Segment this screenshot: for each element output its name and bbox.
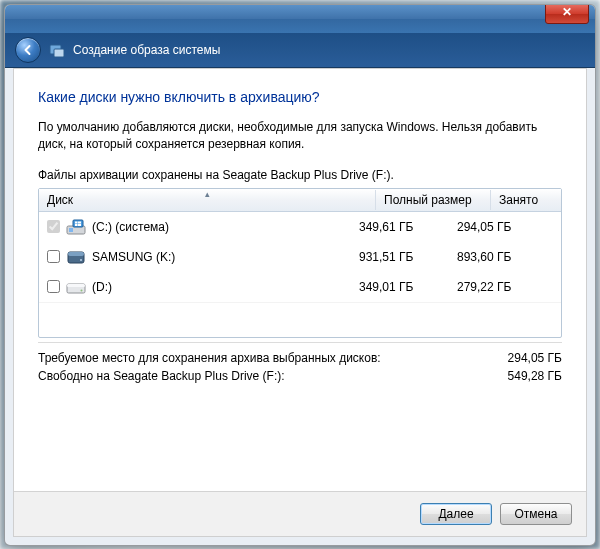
summary-free-label: Свободно на Seagate Backup Plus Drive (F… bbox=[38, 369, 285, 383]
next-button[interactable]: Далее bbox=[420, 503, 492, 525]
drive-icon bbox=[66, 278, 86, 296]
drive-label: (C:) (система) bbox=[92, 220, 169, 234]
summary-required: Требуемое место для сохранения архива вы… bbox=[38, 351, 562, 365]
drive-icon bbox=[66, 248, 86, 266]
client-area: Какие диски нужно включить в архивацию? … bbox=[13, 68, 587, 537]
titlebar: ✕ bbox=[5, 5, 595, 33]
column-header-size[interactable]: Полный размер bbox=[376, 190, 491, 210]
header-bar: Создание образа системы bbox=[5, 33, 595, 68]
page-heading: Какие диски нужно включить в архивацию? bbox=[38, 89, 562, 105]
summary-free-value: 549,28 ГБ bbox=[508, 369, 562, 383]
drive-total-size: 931,51 ГБ bbox=[359, 250, 457, 264]
drive-checkbox[interactable] bbox=[47, 250, 60, 263]
table-empty-area bbox=[39, 302, 561, 337]
back-arrow-icon bbox=[22, 44, 34, 56]
drive-total-size: 349,01 ГБ bbox=[359, 280, 457, 294]
column-header-used[interactable]: Занято bbox=[491, 190, 561, 210]
drive-label: SAMSUNG (K:) bbox=[92, 250, 175, 264]
storage-location-line: Файлы архивации сохранены на Seagate Bac… bbox=[38, 168, 562, 182]
window-title: Создание образа системы bbox=[73, 43, 220, 57]
svg-rect-1 bbox=[54, 49, 64, 57]
drive-total-size: 349,61 ГБ bbox=[359, 220, 457, 234]
drive-used-size: 294,05 ГБ bbox=[457, 220, 553, 234]
app-icon bbox=[49, 42, 65, 58]
drive-table: Диск Полный размер Занято (C:) (система)… bbox=[38, 188, 562, 338]
cancel-button[interactable]: Отмена bbox=[500, 503, 572, 525]
wizard-window: ✕ Создание образа системы Какие диски ну… bbox=[4, 4, 596, 546]
svg-rect-3 bbox=[69, 228, 73, 232]
svg-point-7 bbox=[80, 259, 82, 261]
page-description: По умолчанию добавляются диски, необходи… bbox=[38, 119, 562, 154]
table-header-row: Диск Полный размер Занято bbox=[39, 189, 561, 212]
table-row-0[interactable]: (C:) (система) 349,61 ГБ 294,05 ГБ bbox=[39, 212, 561, 242]
back-button[interactable] bbox=[15, 37, 41, 63]
drive-checkbox bbox=[47, 220, 60, 233]
drive-used-size: 279,22 ГБ bbox=[457, 280, 553, 294]
close-button[interactable]: ✕ bbox=[545, 4, 589, 24]
separator bbox=[38, 342, 562, 343]
summary-required-value: 294,05 ГБ bbox=[508, 351, 562, 365]
svg-point-10 bbox=[81, 289, 83, 291]
button-bar: Далее Отмена bbox=[14, 491, 586, 536]
svg-rect-9 bbox=[67, 284, 85, 287]
drive-label: (D:) bbox=[92, 280, 112, 294]
summary-free: Свободно на Seagate Backup Plus Drive (F… bbox=[38, 369, 562, 383]
column-header-disk[interactable]: Диск bbox=[39, 190, 376, 210]
table-row-2[interactable]: (D:) 349,01 ГБ 279,22 ГБ bbox=[39, 272, 561, 302]
drive-icon bbox=[66, 218, 86, 236]
table-row-1[interactable]: SAMSUNG (K:) 931,51 ГБ 893,60 ГБ bbox=[39, 242, 561, 272]
close-icon: ✕ bbox=[562, 5, 572, 19]
summary-required-label: Требуемое место для сохранения архива вы… bbox=[38, 351, 381, 365]
drive-used-size: 893,60 ГБ bbox=[457, 250, 553, 264]
svg-rect-6 bbox=[68, 252, 84, 256]
drive-checkbox[interactable] bbox=[47, 280, 60, 293]
